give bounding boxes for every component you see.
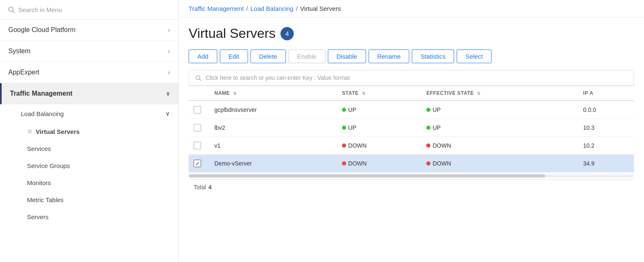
toolbar: Add Edit Delete Enable Disable Rename St…	[189, 49, 634, 63]
sidebar-item-label: System	[8, 47, 30, 55]
metric-tables-label: Metric Tables	[27, 196, 64, 203]
sidebar-item-appexpert[interactable]: AppExpert ›	[0, 62, 178, 83]
breadcrumb-load-balancing[interactable]: Load Balancing	[251, 5, 293, 12]
sidebar-item-google-cloud[interactable]: Google Cloud Platform ›	[0, 20, 178, 41]
sidebar-sub-item-monitors[interactable]: Monitors	[0, 174, 178, 191]
table-row[interactable]: lbv2UPUP10.3	[189, 119, 634, 137]
data-table: NAME ⇅ STATE ⇅ EFFECTIVE STATE ⇅ IP A	[189, 86, 634, 173]
cell-name: gcplbdnsvserver	[209, 101, 337, 119]
edit-button[interactable]: Edit	[220, 49, 248, 63]
sidebar-item-label: Google Cloud Platform	[8, 26, 76, 34]
cell-name: Demo-vServer	[209, 155, 337, 173]
search-bar[interactable]: Click here to search or you can enter Ke…	[189, 70, 634, 86]
total-count: 4	[209, 184, 212, 190]
effective-status-indicator	[426, 108, 430, 112]
row-checkbox[interactable]	[194, 142, 201, 149]
sidebar-item-system[interactable]: System ›	[0, 41, 178, 62]
effective-status-indicator	[426, 143, 430, 148]
cell-ip: 10.3	[578, 119, 634, 137]
page-title-row: Virtual Servers 4	[189, 26, 634, 41]
svg-line-1	[12, 11, 14, 12]
effective-status-indicator	[426, 161, 430, 166]
cell-name: lbv2	[209, 119, 337, 137]
sidebar-item-traffic-management[interactable]: Traffic Management ∨	[0, 83, 178, 104]
row-checkbox[interactable]	[194, 124, 201, 131]
chevron-right-icon: ›	[168, 27, 170, 33]
table-row[interactable]: gcplbdnsvserverUPUP0.0.0	[189, 101, 634, 119]
search-placeholder-text: Click here to search or you can enter Ke…	[206, 74, 350, 81]
cell-effective-state: DOWN	[421, 137, 578, 155]
virtual-servers-label: Virtual Servers	[36, 128, 80, 135]
sidebar-sub-item-load-balancing[interactable]: Load Balancing ∨	[0, 104, 178, 123]
breadcrumb: Traffic Management / Load Balancing / Vi…	[179, 0, 644, 17]
total-label: Total	[194, 184, 206, 190]
cell-state: DOWN	[337, 137, 421, 155]
status-indicator	[342, 126, 346, 130]
sidebar-item-label: AppExpert	[8, 69, 39, 76]
cell-effective-state: DOWN	[421, 155, 578, 173]
sort-icon: ⇅	[477, 91, 481, 96]
effective-status-indicator	[426, 126, 430, 130]
cell-ip: 10.2	[578, 137, 634, 155]
row-checkbox[interactable]	[194, 106, 201, 114]
add-button[interactable]: Add	[189, 49, 217, 63]
effective-status-dot: UP	[426, 106, 440, 113]
chevron-right-icon: ›	[168, 69, 170, 76]
breadcrumb-sep-2: /	[296, 5, 297, 12]
col-ip: IP A	[578, 86, 634, 101]
col-name[interactable]: NAME ⇅	[209, 86, 337, 101]
status-dot: DOWN	[342, 142, 366, 149]
cell-effective-state: UP	[421, 119, 578, 137]
col-checkbox	[189, 86, 209, 101]
delete-button[interactable]: Delete	[251, 49, 286, 63]
select-button[interactable]: Select	[457, 49, 492, 63]
main-content: Traffic Management / Load Balancing / Vi…	[179, 0, 644, 262]
row-checkbox[interactable]: ✓	[194, 160, 201, 167]
status-dot: UP	[342, 124, 356, 131]
status-dot: DOWN	[342, 160, 366, 167]
cell-state: UP	[337, 119, 421, 137]
cell-ip: 34.9	[578, 155, 634, 173]
cell-state: UP	[337, 101, 421, 119]
search-icon	[7, 6, 15, 13]
disable-button[interactable]: Disable	[328, 49, 366, 63]
chevron-right-icon: ›	[168, 48, 170, 54]
services-label: Services	[27, 145, 51, 152]
horizontal-scrollbar[interactable]	[189, 174, 634, 178]
table-row[interactable]: ✓Demo-vServerDOWNDOWN34.9	[189, 155, 634, 173]
service-groups-label: Service Groups	[27, 162, 70, 169]
status-indicator	[342, 108, 346, 112]
chevron-down-icon: ∨	[165, 110, 170, 117]
chevron-down-icon: ∨	[166, 90, 170, 97]
count-badge: 4	[280, 27, 294, 40]
cell-effective-state: UP	[421, 101, 578, 119]
table-row[interactable]: v1DOWNDOWN10.2	[189, 137, 634, 155]
search-placeholder: Search in Menu	[18, 6, 62, 13]
effective-status-dot: DOWN	[426, 160, 451, 167]
cell-ip: 0.0.0	[578, 101, 634, 119]
sidebar-search[interactable]: Search in Menu	[0, 0, 178, 20]
cell-state: DOWN	[337, 155, 421, 173]
rename-button[interactable]: Rename	[369, 49, 410, 63]
search-icon	[195, 74, 202, 81]
sidebar-sub-item-services[interactable]: Services	[0, 140, 178, 157]
table-header-row: NAME ⇅ STATE ⇅ EFFECTIVE STATE ⇅ IP A	[189, 86, 634, 101]
sort-icon: ⇅	[362, 91, 366, 96]
status-indicator	[342, 143, 346, 148]
sidebar-sub-item-metric-tables[interactable]: Metric Tables	[0, 191, 178, 208]
col-state[interactable]: STATE ⇅	[337, 86, 421, 101]
sidebar-item-label: Traffic Management	[10, 90, 72, 97]
sidebar-sub-item-service-groups[interactable]: Service Groups	[0, 157, 178, 174]
sidebar: Search in Menu Google Cloud Platform › S…	[0, 0, 179, 262]
statistics-button[interactable]: Statistics	[412, 49, 454, 63]
breadcrumb-traffic-management[interactable]: Traffic Management	[189, 5, 244, 12]
page-title: Virtual Servers	[189, 26, 275, 41]
star-icon: ☆	[27, 128, 32, 135]
cell-name: v1	[209, 137, 337, 155]
enable-button[interactable]: Enable	[288, 49, 325, 63]
col-effective-state[interactable]: EFFECTIVE STATE ⇅	[421, 86, 578, 101]
scrollbar-thumb[interactable]	[189, 174, 545, 178]
sidebar-sub-item-child[interactable]: ☆ Virtual Servers	[0, 123, 178, 140]
effective-status-dot: UP	[426, 124, 440, 131]
sidebar-sub-item-servers[interactable]: Servers	[0, 208, 178, 225]
